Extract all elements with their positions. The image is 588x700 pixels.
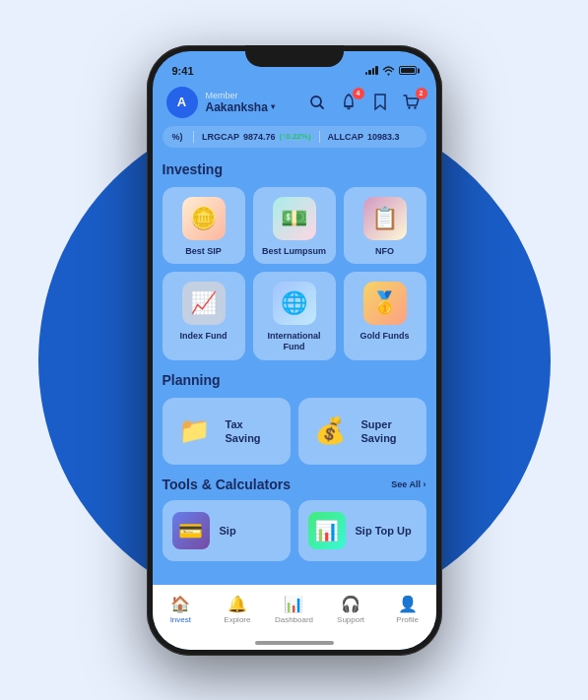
international-fund-label: International Fund xyxy=(259,331,330,352)
cart-button[interactable]: 2 xyxy=(401,92,423,113)
nav-dashboard-icon: 📊 xyxy=(284,595,303,613)
home-indicator xyxy=(153,636,436,650)
status-time: 9:41 xyxy=(172,65,194,77)
best-sip-label: Best SIP xyxy=(185,246,222,257)
index-fund-icon: 📈 xyxy=(182,282,226,325)
gold-funds-icon: 🥇 xyxy=(363,282,407,325)
ticker-divider-2 xyxy=(319,131,320,143)
nav-profile-label: Profile xyxy=(396,615,419,624)
header-icons: 4 2 xyxy=(306,92,423,113)
super-saving-label: SuperSaving xyxy=(361,417,397,446)
planning-section-title: Planning xyxy=(163,372,426,388)
nav-support[interactable]: 🎧 Support xyxy=(322,595,379,624)
member-label: Member xyxy=(206,91,298,100)
planning-grid: 📁 TaxSaving 💰 SuperSaving xyxy=(163,398,426,465)
bookmark-button[interactable] xyxy=(369,92,391,113)
ticker-item-1: %) xyxy=(172,132,186,142)
svg-point-4 xyxy=(414,106,416,108)
chevron-right-icon: › xyxy=(424,479,426,489)
svg-point-3 xyxy=(408,106,410,108)
investing-grid: 🪙 Best SIP 💵 Best Lumpsum 📋 NFO 📈 Index … xyxy=(163,187,426,360)
sip-topup-label: Sip Top Up xyxy=(356,525,412,537)
nav-dashboard[interactable]: 📊 Dashboard xyxy=(266,595,323,624)
super-saving-icon: 💰 xyxy=(308,410,352,453)
index-fund-label: Index Fund xyxy=(180,331,228,342)
avatar[interactable]: A xyxy=(166,87,198,118)
nfo-icon: 📋 xyxy=(363,197,407,240)
sip-calculator-card[interactable]: 💳 Sip xyxy=(163,500,291,561)
gold-funds-label: Gold Funds xyxy=(360,331,410,342)
chevron-down-icon: ▾ xyxy=(271,102,275,111)
see-all-button[interactable]: See All › xyxy=(391,479,425,489)
tools-section-title: Tools & Calculators xyxy=(163,477,291,492)
main-content: Investing 🪙 Best SIP 💵 Best Lumpsum 📋 NF… xyxy=(153,154,436,585)
notification-button[interactable]: 4 xyxy=(338,92,359,113)
nav-dashboard-label: Dashboard xyxy=(275,615,313,624)
nav-invest[interactable]: 🏠 Invest xyxy=(153,595,210,624)
market-ticker: %) LRGCAP 9874.76 (↑0.22%) ALLCAP 10983.… xyxy=(163,126,426,148)
nav-invest-label: Invest xyxy=(170,615,191,624)
battery-icon xyxy=(399,66,417,75)
tax-saving-card[interactable]: 📁 TaxSaving xyxy=(163,398,291,465)
best-lumpsum-icon: 💵 xyxy=(273,197,316,240)
home-indicator-bar xyxy=(255,641,334,645)
nav-invest-icon: 🏠 xyxy=(170,595,190,613)
cart-badge: 2 xyxy=(416,88,427,99)
bottom-nav: 🏠 Invest 🔔 Explore 📊 Dashboard 🎧 Support xyxy=(153,585,436,636)
investing-section-title: Investing xyxy=(163,161,426,177)
sip-calc-label: Sip xyxy=(220,525,236,537)
tools-grid: 💳 Sip 📊 Sip Top Up xyxy=(163,500,426,561)
international-fund-icon: 🌐 xyxy=(273,282,316,325)
gold-funds-card[interactable]: 🥇 Gold Funds xyxy=(344,272,426,360)
ticker-divider xyxy=(193,131,194,143)
best-lumpsum-label: Best Lumpsum xyxy=(262,246,326,257)
best-lumpsum-card[interactable]: 💵 Best Lumpsum xyxy=(253,187,336,265)
search-button[interactable] xyxy=(306,92,328,113)
tax-saving-icon: 📁 xyxy=(172,410,216,453)
svg-line-1 xyxy=(319,104,323,108)
signal-icon xyxy=(365,66,378,75)
user-info: Member Aakanksha ▾ xyxy=(206,91,298,114)
nav-profile-icon: 👤 xyxy=(398,595,418,613)
phone-notch xyxy=(245,45,344,67)
nav-explore-icon: 🔔 xyxy=(228,595,247,613)
nfo-label: NFO xyxy=(375,246,394,257)
super-saving-card[interactable]: 💰 SuperSaving xyxy=(298,398,426,465)
status-icons xyxy=(365,66,417,76)
tools-header: Tools & Calculators See All › xyxy=(163,477,426,492)
best-sip-icon: 🪙 xyxy=(182,197,226,240)
ticker-allcap: ALLCAP 10983.3 xyxy=(328,132,400,142)
phone-frame: 9:41 A xyxy=(147,45,442,656)
wifi-icon xyxy=(382,66,395,76)
nav-explore-label: Explore xyxy=(224,615,250,624)
index-fund-card[interactable]: 📈 Index Fund xyxy=(163,272,245,360)
nav-profile[interactable]: 👤 Profile xyxy=(379,595,436,624)
international-fund-card[interactable]: 🌐 International Fund xyxy=(253,272,336,360)
best-sip-card[interactable]: 🪙 Best SIP xyxy=(163,187,245,265)
sip-topup-card[interactable]: 📊 Sip Top Up xyxy=(298,500,426,561)
nav-support-icon: 🎧 xyxy=(341,595,360,613)
ticker-lrgcap: LRGCAP 9874.76 (↑0.22%) xyxy=(202,132,311,142)
sip-topup-icon: 📊 xyxy=(308,512,346,549)
tax-saving-label: TaxSaving xyxy=(226,417,261,446)
notification-badge: 4 xyxy=(353,88,364,99)
app-header: A Member Aakanksha ▾ xyxy=(153,83,436,126)
sip-calc-icon: 💳 xyxy=(172,512,210,549)
nav-explore[interactable]: 🔔 Explore xyxy=(209,595,266,624)
nav-support-label: Support xyxy=(337,615,364,624)
nfo-card[interactable]: 📋 NFO xyxy=(344,187,426,265)
user-name[interactable]: Aakanksha ▾ xyxy=(206,100,298,114)
